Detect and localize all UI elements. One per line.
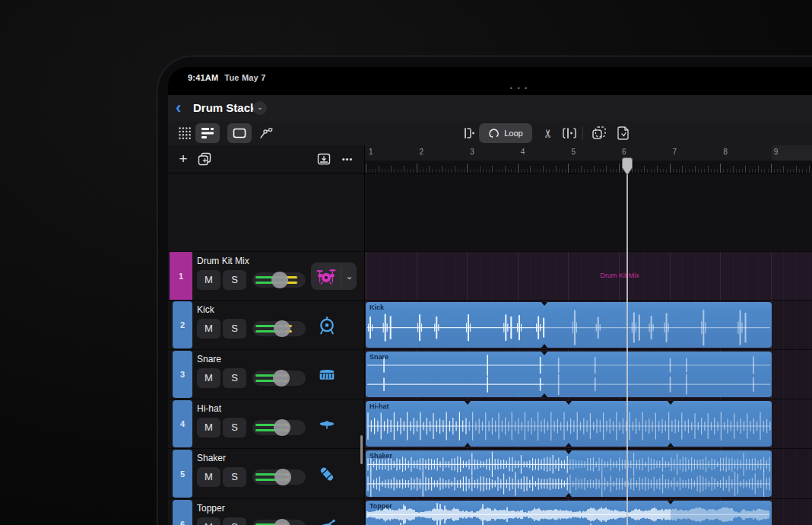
- playhead-handle[interactable]: [622, 158, 633, 176]
- mute-button[interactable]: M: [197, 319, 220, 339]
- audio-region[interactable]: Snare: [366, 352, 772, 397]
- track-number-tab[interactable]: 2: [173, 301, 192, 348]
- track-name[interactable]: Kick: [197, 304, 214, 315]
- track-name[interactable]: Hi-hat: [197, 403, 221, 414]
- more-button[interactable]: •••: [338, 150, 357, 168]
- audio-region[interactable]: Hi-hat: [366, 401, 772, 447]
- copy-region-button[interactable]: [587, 123, 611, 143]
- track-row[interactable]: 5ShakerMS: [168, 448, 364, 498]
- bar-ruler[interactable]: 123456789: [365, 145, 812, 161]
- track-name[interactable]: Shaker: [197, 453, 226, 463]
- track-lane[interactable]: Drum Kit Mix: [365, 251, 812, 300]
- join-button[interactable]: [557, 123, 582, 143]
- main-toolbar: ‹ Drum Stack ⌄ 00 2 4 3 062 120.0: [168, 95, 812, 122]
- region-label: Hi-hat: [370, 402, 389, 410]
- add-track-button[interactable]: +: [174, 150, 192, 168]
- track-row[interactable]: 6TopperMS: [168, 498, 364, 525]
- volume-fader[interactable]: [252, 469, 306, 485]
- stack-collapse-chevron-icon[interactable]: ⌄: [342, 262, 357, 290]
- track-row[interactable]: 3SnareMS: [168, 349, 364, 399]
- solo-button[interactable]: S: [223, 418, 246, 438]
- track-number: 3: [180, 370, 185, 379]
- mute-button[interactable]: M: [197, 467, 220, 487]
- fader-knob[interactable]: [274, 320, 290, 337]
- multitasking-indicator[interactable]: • • •: [508, 84, 531, 92]
- track-import-button[interactable]: [315, 150, 333, 168]
- volume-fader[interactable]: [252, 520, 306, 525]
- track-panel-scrollbar[interactable]: [360, 435, 363, 464]
- toolbar-separator: [582, 126, 583, 140]
- hi-hat-icon[interactable]: [316, 414, 338, 435]
- marquee-tool-button[interactable]: [227, 123, 252, 143]
- track-lane[interactable]: Snare: [365, 349, 812, 399]
- stack-icon-panel[interactable]: ⌄: [311, 262, 357, 290]
- track-number-tab[interactable]: 6: [173, 500, 192, 525]
- paste-region-button[interactable]: [611, 123, 636, 143]
- shaker-icon[interactable]: [316, 463, 338, 485]
- track-row[interactable]: 1Drum Kit MixMS⌄: [168, 251, 364, 300]
- snare-drum-icon[interactable]: [316, 364, 338, 386]
- mute-button[interactable]: M: [197, 517, 220, 525]
- track-number: 1: [179, 272, 183, 281]
- automation-button[interactable]: [255, 123, 279, 143]
- track-name[interactable]: Drum Kit Mix: [197, 256, 249, 266]
- mute-button[interactable]: M: [197, 368, 220, 388]
- track-panel-header: +: [168, 145, 364, 173]
- bar-number: 7: [673, 148, 677, 156]
- loop-notch: [541, 352, 547, 355]
- solo-button[interactable]: S: [223, 319, 246, 339]
- drum-kit-icon: [316, 266, 337, 287]
- fader-knob[interactable]: [274, 419, 290, 436]
- track-lane[interactable]: Hi-hat: [365, 399, 812, 448]
- volume-fader[interactable]: [252, 420, 306, 435]
- solo-button[interactable]: S: [223, 368, 246, 388]
- trim-start-button[interactable]: [455, 123, 480, 143]
- loop-notch: [566, 493, 572, 497]
- bar-number: 1: [369, 148, 373, 156]
- track-name[interactable]: Snare: [197, 354, 221, 364]
- track-number-tab[interactable]: 1: [170, 252, 192, 301]
- title-dropdown-icon[interactable]: ⌄: [253, 101, 267, 115]
- track-name[interactable]: Topper: [197, 503, 225, 514]
- mute-button[interactable]: M: [197, 270, 220, 290]
- fader-knob[interactable]: [271, 272, 288, 288]
- solo-button[interactable]: S: [223, 467, 246, 487]
- audio-region[interactable]: Kick: [366, 302, 772, 348]
- audio-region[interactable]: Topper: [366, 501, 772, 525]
- track-number-tab[interactable]: 4: [173, 400, 192, 447]
- track-lane[interactable]: Shaker: [365, 448, 812, 498]
- track-number-tab[interactable]: 5: [173, 450, 192, 498]
- track-number-tab[interactable]: 3: [173, 351, 192, 398]
- bar-number: 3: [470, 148, 474, 156]
- ruler-ticks[interactable]: [365, 161, 812, 173]
- fader-knob[interactable]: [273, 370, 290, 387]
- fader-knob[interactable]: [274, 519, 290, 525]
- status-bar: 9:41AMTue May 7 • • •: [168, 67, 812, 95]
- volume-fader[interactable]: [252, 272, 306, 288]
- track-number: 5: [180, 469, 185, 479]
- solo-button[interactable]: S: [223, 517, 246, 525]
- loop-notch: [566, 450, 572, 454]
- topper-icon[interactable]: [316, 514, 338, 525]
- grid-view-button[interactable]: [173, 123, 197, 143]
- loop-button[interactable]: Loop: [479, 123, 532, 143]
- volume-fader[interactable]: [252, 321, 306, 336]
- scissors-icon: ✂: [541, 129, 555, 138]
- kick-drum-icon[interactable]: [316, 315, 338, 336]
- loop-notch: [465, 401, 471, 405]
- fader-knob[interactable]: [274, 469, 291, 485]
- solo-button[interactable]: S: [223, 270, 246, 290]
- audio-region[interactable]: Shaker: [366, 450, 772, 497]
- volume-fader[interactable]: [252, 371, 306, 386]
- track-row[interactable]: 4Hi-hatMS: [168, 399, 364, 448]
- app-screen: 9:41AMTue May 7 • • • ‹ Drum Stack ⌄ 00: [168, 67, 812, 525]
- back-chevron-icon[interactable]: ‹: [176, 97, 181, 119]
- tracks-view-button[interactable]: [195, 123, 220, 143]
- mute-button[interactable]: M: [197, 418, 220, 438]
- project-title[interactable]: Drum Stack: [193, 95, 256, 121]
- ipad-device: 9:41AMTue May 7 • • • ‹ Drum Stack ⌄ 00: [157, 56, 812, 525]
- track-lane[interactable]: Topper: [365, 498, 812, 525]
- track-row[interactable]: 2KickMS: [168, 300, 364, 349]
- duplicate-track-button[interactable]: [195, 150, 214, 168]
- track-lane[interactable]: Kick: [365, 300, 812, 349]
